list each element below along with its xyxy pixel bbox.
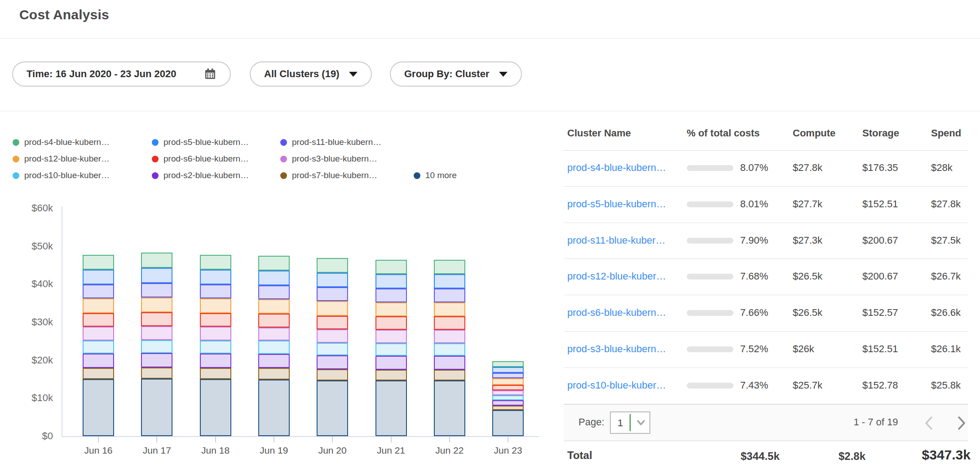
bar-segment[interactable] bbox=[83, 284, 114, 298]
bar-segment[interactable] bbox=[141, 312, 172, 326]
compute-value: $27.3k bbox=[793, 235, 822, 246]
cluster-name-link[interactable]: prod-s11-blue-kuber… bbox=[567, 235, 665, 246]
bar-segment[interactable] bbox=[434, 380, 465, 436]
bar-segment[interactable] bbox=[200, 379, 231, 436]
bar-segment[interactable] bbox=[317, 273, 348, 287]
bar-segment[interactable] bbox=[141, 297, 172, 312]
percent-value: 7.43% bbox=[740, 380, 768, 391]
bar-segment[interactable] bbox=[317, 287, 348, 301]
bar-segment[interactable] bbox=[375, 316, 407, 330]
bar-segment[interactable] bbox=[141, 379, 172, 436]
cluster-name-link[interactable]: prod-s12-blue-kuber… bbox=[567, 271, 666, 282]
bar-segment[interactable] bbox=[375, 274, 407, 288]
bar-segment[interactable] bbox=[258, 314, 290, 327]
table-row: prod-s12-blue-kuber…7.68%$26.5k$200.67$2… bbox=[564, 259, 968, 295]
cluster-name-link[interactable]: prod-s4-blue-kubern… bbox=[567, 162, 666, 174]
bar-segment[interactable] bbox=[492, 395, 524, 400]
cluster-name-link[interactable]: prod-s5-blue-kubern… bbox=[567, 198, 666, 210]
bar-segment[interactable] bbox=[200, 284, 231, 298]
bar-segment[interactable] bbox=[258, 285, 290, 299]
bar-segment[interactable] bbox=[375, 370, 407, 381]
bar-segment[interactable] bbox=[492, 361, 524, 367]
bar-segment[interactable] bbox=[317, 380, 348, 436]
bar-segment[interactable] bbox=[375, 288, 407, 302]
bar-segment[interactable] bbox=[492, 367, 524, 373]
bar-segment[interactable] bbox=[434, 370, 465, 381]
bar-segment[interactable] bbox=[492, 406, 524, 410]
bar-segment[interactable] bbox=[375, 330, 407, 343]
bar-segment[interactable] bbox=[141, 340, 172, 354]
bar-segment[interactable] bbox=[434, 288, 465, 302]
bar-segment[interactable] bbox=[258, 368, 290, 379]
bar-segment[interactable] bbox=[83, 270, 114, 284]
bar-segment[interactable] bbox=[317, 301, 348, 315]
column-header-cluster-name: Cluster Name bbox=[567, 127, 631, 139]
bar-segment[interactable] bbox=[375, 302, 407, 316]
bar-segment[interactable] bbox=[141, 326, 172, 340]
cluster-name-link[interactable]: prod-s3-blue-kubern… bbox=[567, 343, 666, 355]
bar-segment[interactable] bbox=[200, 298, 231, 313]
bar-segment[interactable] bbox=[200, 354, 231, 367]
bar-segment[interactable] bbox=[141, 353, 172, 367]
x-axis-tick bbox=[274, 436, 274, 442]
page-label: Page: bbox=[578, 416, 605, 428]
bar-segment[interactable] bbox=[492, 378, 524, 385]
bar-segment[interactable] bbox=[83, 379, 114, 436]
bar-segment[interactable] bbox=[317, 369, 348, 380]
cluster-cost-table: Cluster Name% of total costsComputeStora… bbox=[564, 119, 968, 472]
bar-segment[interactable] bbox=[200, 255, 231, 270]
bar-segment[interactable] bbox=[492, 400, 524, 406]
bar-segment[interactable] bbox=[83, 368, 114, 379]
bar-segment[interactable] bbox=[317, 329, 348, 343]
bar-segment[interactable] bbox=[317, 316, 348, 329]
bar-segment[interactable] bbox=[434, 274, 465, 288]
next-page-button[interactable] bbox=[956, 415, 967, 431]
bar-segment[interactable] bbox=[258, 354, 290, 368]
bar-segment[interactable] bbox=[141, 367, 172, 379]
bar-segment[interactable] bbox=[258, 341, 290, 354]
bar-segment[interactable] bbox=[200, 313, 231, 327]
bar-segment[interactable] bbox=[317, 343, 348, 356]
bar-segment[interactable] bbox=[83, 327, 114, 340]
bar-segment[interactable] bbox=[375, 343, 407, 356]
bar-segment[interactable] bbox=[258, 299, 290, 314]
bar-segment[interactable] bbox=[492, 390, 524, 396]
y-axis-label: $50k bbox=[0, 240, 53, 252]
bar-segment[interactable] bbox=[492, 410, 524, 436]
x-axis-label: Jun 22 bbox=[420, 445, 479, 456]
bar-segment[interactable] bbox=[141, 253, 172, 268]
bar-segment[interactable] bbox=[200, 270, 231, 284]
bar-segment[interactable] bbox=[375, 380, 407, 436]
bar-segment[interactable] bbox=[434, 356, 465, 369]
bar-segment[interactable] bbox=[83, 354, 114, 367]
page-select[interactable]: 1 bbox=[610, 411, 650, 434]
bar-segment[interactable] bbox=[258, 328, 290, 341]
bar-segment[interactable] bbox=[258, 380, 290, 436]
bar-segment[interactable] bbox=[492, 385, 524, 390]
bar-segment[interactable] bbox=[258, 271, 290, 285]
bar-segment[interactable] bbox=[434, 330, 465, 343]
previous-page-button[interactable] bbox=[923, 415, 935, 431]
bar-segment[interactable] bbox=[375, 356, 407, 369]
bar-segment[interactable] bbox=[200, 368, 231, 379]
bar-segment[interactable] bbox=[83, 313, 114, 327]
bar-segment[interactable] bbox=[141, 283, 172, 297]
bar-segment[interactable] bbox=[434, 260, 465, 274]
bar-segment[interactable] bbox=[317, 355, 348, 369]
bar-segment[interactable] bbox=[83, 298, 114, 313]
bar-segment[interactable] bbox=[200, 327, 231, 340]
bar-segment[interactable] bbox=[200, 341, 231, 354]
bar-segment[interactable] bbox=[141, 268, 172, 283]
bar-segment[interactable] bbox=[83, 341, 114, 354]
bar-segment[interactable] bbox=[83, 255, 114, 270]
bar-segment[interactable] bbox=[434, 302, 465, 316]
bar-segment[interactable] bbox=[492, 373, 524, 378]
bar-segment[interactable] bbox=[375, 260, 407, 274]
compute-value: $26.5k bbox=[793, 271, 822, 282]
bar-segment[interactable] bbox=[258, 256, 290, 271]
bar-segment[interactable] bbox=[434, 343, 465, 356]
cluster-name-link[interactable]: prod-s10-blue-kuber… bbox=[567, 380, 666, 391]
bar-segment[interactable] bbox=[434, 316, 465, 330]
bar-segment[interactable] bbox=[317, 258, 348, 273]
cluster-name-link[interactable]: prod-s6-blue-kubern… bbox=[567, 307, 666, 319]
